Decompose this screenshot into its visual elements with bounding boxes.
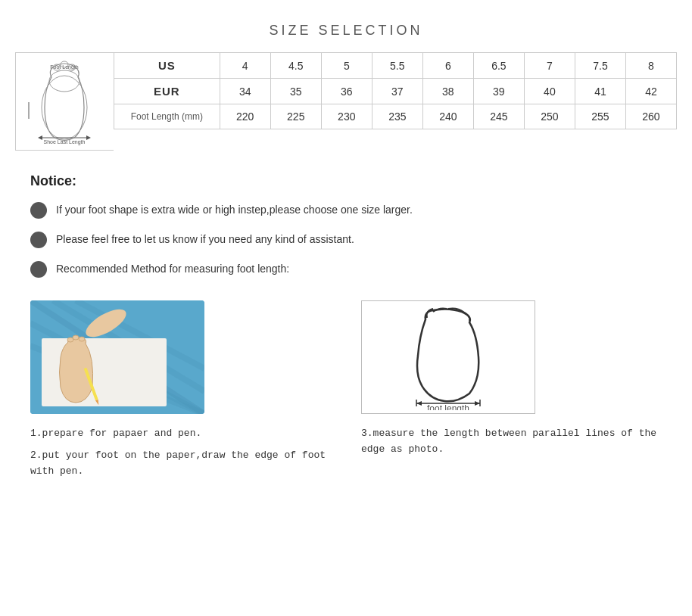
table-cell: 41 <box>575 79 625 104</box>
table-cell: 39 <box>473 79 524 104</box>
table-cell: 7.5 <box>575 53 625 79</box>
table-row-header: US <box>114 53 220 79</box>
svg-point-19 <box>79 337 85 341</box>
table-cell: 37 <box>372 79 422 104</box>
table-cell: 4.5 <box>270 53 321 79</box>
table-cell: 240 <box>422 104 473 129</box>
bullet-icon <box>30 202 47 219</box>
page-container: SIZE SELECTION <box>0 0 692 515</box>
image-block-right: foot length 3.measure the length between… <box>361 300 662 464</box>
table-row: Foot Length (mm)220225230235240245250255… <box>114 104 677 129</box>
foot-outline-svg: foot length <box>372 304 524 410</box>
svg-marker-26 <box>416 401 422 406</box>
table-wrapper: Foot Length Width Shoe Last Length US44.… <box>15 52 677 151</box>
table-row: US44.555.566.577.58 <box>114 53 677 79</box>
table-cell: 6 <box>422 53 473 79</box>
notice-text: Please feel free to let us know if you n… <box>56 231 354 247</box>
table-cell: 6.5 <box>473 53 524 79</box>
table-cell: 225 <box>270 104 321 129</box>
notice-text: Recommended Method for measuring foot le… <box>56 260 289 277</box>
svg-marker-27 <box>475 401 480 406</box>
notice-text: If your foot shape is extra wide or high… <box>56 201 413 218</box>
caption-left: 1.prepare for papaer and pen. 2.put your… <box>30 426 331 479</box>
table-row-header: EUR <box>114 79 220 104</box>
table-cell: 230 <box>321 104 372 129</box>
table-cell: 235 <box>372 104 422 129</box>
section-title: SIZE SELECTION <box>15 23 677 39</box>
table-cell: 7 <box>524 53 575 79</box>
notice-item: Recommended Method for measuring foot le… <box>30 260 662 278</box>
images-section: 1.prepare for papaer and pen. 2.put your… <box>15 300 677 485</box>
table-cell: 40 <box>524 79 575 104</box>
bullet-icon <box>30 261 47 278</box>
table-cell: 260 <box>625 104 676 129</box>
svg-point-18 <box>73 335 79 340</box>
shoe-diagram-svg: Foot Length Width Shoe Last Length <box>25 58 104 145</box>
foot-photo <box>30 300 204 414</box>
size-table: US44.555.566.577.58EUR343536373839404142… <box>114 52 677 129</box>
svg-text:foot length: foot length <box>427 403 469 410</box>
photo-bg-pattern <box>30 300 204 414</box>
notice-item: Please feel free to let us know if you n… <box>30 231 662 248</box>
table-cell: 36 <box>321 79 372 104</box>
table-cell: 220 <box>220 104 270 129</box>
table-cell: 4 <box>220 53 270 79</box>
table-row-header: Foot Length (mm) <box>114 104 220 129</box>
table-row: EUR343536373839404142 <box>114 79 677 104</box>
notice-section: Notice: If your foot shape is extra wide… <box>15 173 677 278</box>
table-cell: 5 <box>321 53 372 79</box>
image-block-left: 1.prepare for papaer and pen. 2.put your… <box>30 300 331 485</box>
table-cell: 255 <box>575 104 625 129</box>
table-cell: 250 <box>524 104 575 129</box>
table-cell: 245 <box>473 104 524 129</box>
table-cell: 5.5 <box>372 53 422 79</box>
table-cell: 42 <box>625 79 676 104</box>
caption-right: 3.measure the length between parallel li… <box>361 426 662 458</box>
notice-items-container: If your foot shape is extra wide or high… <box>30 201 662 278</box>
table-cell: 8 <box>625 53 676 79</box>
notice-title: Notice: <box>30 173 662 189</box>
bullet-icon <box>30 232 47 248</box>
svg-point-1 <box>49 70 79 92</box>
table-cell: 34 <box>220 79 270 104</box>
table-cell: 38 <box>422 79 473 104</box>
shoe-diagram: Foot Length Width Shoe Last Length <box>15 52 114 151</box>
foot-outline-diagram: foot length <box>361 300 535 414</box>
notice-item: If your foot shape is extra wide or high… <box>30 201 662 219</box>
table-cell: 35 <box>270 79 321 104</box>
